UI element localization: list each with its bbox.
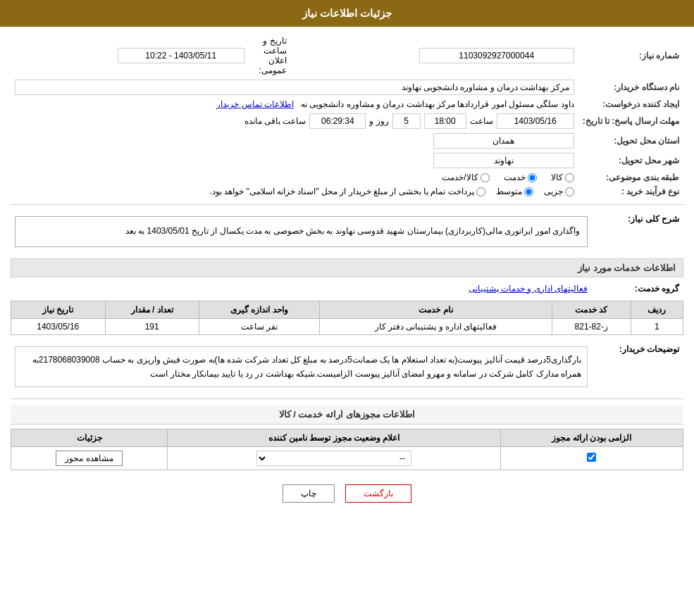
time-label: ساعت (470, 116, 493, 126)
license-required (500, 447, 683, 470)
need-desc-label: شرح کلی نیاز: (592, 210, 683, 253)
th-details: جزئیات (11, 429, 168, 447)
th-required: الزامی بودن ارائه مجوز (500, 429, 683, 447)
radio-bond[interactable]: پرداخت تمام یا بخشی از مبلغ خریدار از مح… (209, 187, 485, 196)
city-value: نهاوند (433, 153, 574, 168)
th-name: نام خدمت (319, 301, 552, 318)
deadline-days: 5 (392, 113, 421, 129)
back-button[interactable]: بازگشت (345, 484, 411, 503)
basic-info-table: شماره نیاز: 1103092927000044 تاریخ و ساع… (11, 34, 683, 199)
radio-bond-input[interactable] (476, 187, 485, 196)
th-unit: واحد اندازه گیری (199, 301, 319, 318)
need-number-label: شماره نیاز: (578, 34, 683, 77)
services-section-header: اطلاعات خدمات مورد نیاز (11, 258, 683, 277)
radio-both[interactable]: کالا/خدمت (442, 172, 489, 182)
category-label: طبقه بندی موضوعی: (578, 170, 683, 184)
radio-service[interactable]: خدمت (504, 172, 537, 182)
main-content: شماره نیاز: 1103092927000044 تاریخ و ساع… (0, 27, 694, 524)
announce-datetime-label: تاریخ و ساعت اعلان عمومی: (259, 36, 286, 75)
radio-bond-label: پرداخت تمام یا بخشی از مبلغ خریدار از مح… (209, 187, 473, 196)
radio-minor[interactable]: جزیی (544, 187, 574, 196)
need-desc-value: واگذاری امور ایراتوری مالی(کاربردازی) بی… (15, 216, 588, 247)
page-title: جزئیات اطلاعات نیاز (302, 7, 392, 19)
license-row: -- مشاهده مجوز (11, 447, 683, 470)
divider-2 (11, 398, 683, 399)
page-container: جزئیات اطلاعات نیاز شماره نیاز: 11030929… (0, 0, 694, 616)
radio-medium-label: متوسط (496, 187, 522, 196)
license-section-title: اطلاعات مجوزهای ارائه خدمت / کالا (11, 405, 683, 425)
radio-service-label: خدمت (504, 172, 526, 182)
service-group-table: گروه خدمت: فعالیتهای اداری و خدمات پشتیب… (11, 281, 683, 296)
radio-both-label: کالا/خدمت (442, 172, 478, 182)
radio-goods-label: کالا (551, 172, 563, 182)
radio-medium-input[interactable] (524, 187, 533, 196)
province-label: استان محل تحویل: (578, 131, 683, 151)
send-deadline-label: مهلت ارسال پاسخ: تا تاریخ: (578, 111, 683, 131)
service-group-label: گروه خدمت: (592, 281, 683, 296)
deadline-date: 1403/05/16 (497, 113, 574, 129)
th-code: کد خدمت (552, 301, 631, 318)
deadline-remaining: 06:29:34 (309, 113, 366, 129)
cell-qty: 191 (105, 318, 199, 334)
divider-1 (11, 204, 683, 205)
view-license-button[interactable]: مشاهده مجوز (56, 451, 122, 466)
remaining-suffix: ساعت باقی مانده (244, 116, 306, 126)
buyer-label: نام دستگاه خریدار: (578, 77, 683, 97)
footer-buttons: بازگشت چاپ (11, 484, 683, 503)
buyer-notes-value: بارگذاری5درصد قیمت آنالیز پیوست(به تعداد… (15, 346, 588, 388)
cell-date: 1403/05/16 (11, 318, 106, 334)
cell-unit: نفر ساعت (199, 318, 319, 334)
creator-link[interactable]: اطلاعات تماس خریدار (216, 99, 294, 109)
radio-both-input[interactable] (481, 173, 490, 182)
buyer-notes-label: توضیحات خریدار: (592, 341, 683, 394)
cell-code: ز-82-821 (552, 318, 631, 334)
radio-medium[interactable]: متوسط (496, 187, 533, 196)
cell-name: فعالیتهای اداره و پشتیبانی دفتر کار (319, 318, 552, 334)
notes-table: توضیحات خریدار: بارگذاری5درصد قیمت آنالی… (11, 341, 683, 394)
announce-datetime-value: 1403/05/11 - 10:22 (118, 48, 244, 63)
th-qty: تعداد / مقدار (105, 301, 199, 318)
city-label: شهر محل تحویل: (578, 151, 683, 170)
table-row: 1 ز-82-821 فعالیتهای اداره و پشتیبانی دف… (11, 318, 683, 334)
cell-row: 1 (631, 318, 683, 334)
need-number-value: 1103092927000044 (419, 48, 574, 63)
page-header: جزئیات اطلاعات نیاز (0, 0, 694, 27)
creator-value: داود سلگی مسئول امور قراردادها مرکز بهدا… (301, 99, 574, 109)
radio-minor-label: جزیی (544, 187, 563, 196)
th-status: اعلام وضعیت مجوز توسط نامین کننده (168, 429, 501, 447)
license-checkbox[interactable] (587, 453, 596, 462)
creator-label: ایجاد کننده درخواست: (578, 97, 683, 111)
services-table: ردیف کد خدمت نام خدمت واحد اندازه گیری ت… (11, 301, 683, 335)
print-button[interactable]: چاپ (283, 484, 335, 503)
buyer-value: مرکز بهداشت درمان و مشاوره دانشجویی نهاو… (15, 80, 574, 95)
th-row: ردیف (631, 301, 683, 318)
radio-minor-input[interactable] (565, 187, 574, 196)
service-group-value[interactable]: فعالیتهای اداری و خدمات پشتیبانی (469, 284, 588, 294)
deadline-time: 18:00 (424, 113, 466, 129)
radio-goods-input[interactable] (565, 173, 574, 182)
radio-service-input[interactable] (528, 173, 537, 182)
th-date: تاریخ نیاز (11, 301, 106, 318)
radio-goods[interactable]: کالا (551, 172, 574, 182)
need-desc-table: شرح کلی نیاز: واگذاری امور ایراتوری مالی… (11, 210, 683, 253)
license-status-select[interactable]: -- (256, 451, 411, 466)
process-label: نوع فرآیند خرید : (578, 184, 683, 199)
province-value: همدان (433, 133, 574, 149)
row-label: روز و (369, 116, 388, 126)
license-table: الزامی بودن ارائه مجوز اعلام وضعیت مجوز … (11, 429, 683, 470)
